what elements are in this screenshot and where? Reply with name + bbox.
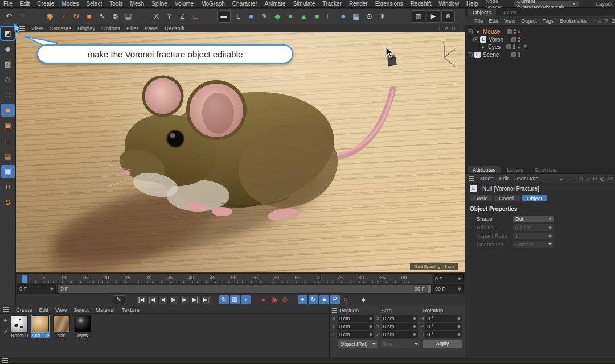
material-thumbnail[interactable] [11,315,28,332]
object-name[interactable]: Mouse [483,28,500,35]
object-row-scene[interactable]: + L Scene [465,51,615,59]
object-manager-menu-item[interactable]: Bookmarks [560,18,587,24]
light-icon[interactable]: ☀ [376,10,389,23]
visibility-dots-icon[interactable] [513,44,515,49]
material-menu-item[interactable]: Edit [39,307,48,313]
forward-icon[interactable]: → [567,176,572,181]
menubar-item[interactable]: Create [37,1,54,7]
coordinate-mode-dropdown[interactable]: Object (Rel) [338,340,378,348]
viewport-menu-item[interactable]: Panel [145,25,158,31]
menubar-item[interactable]: Volume [175,1,194,7]
show-tracks-icon[interactable]: ▥ [230,295,240,304]
lock-icon[interactable]: ⊙ [593,176,597,181]
next-key-icon[interactable]: ▶| [191,295,200,304]
menubar-item[interactable]: MoGraph [201,1,225,7]
undo-icon[interactable]: ↶ [2,10,15,23]
node-space-dropdown[interactable]: Current (Standard/Physical) [514,1,579,7]
material-item[interactable]: Ash - Te [31,315,50,338]
menu-icon[interactable] [332,308,337,313]
material-thumbnail[interactable] [32,315,49,332]
position-x-field[interactable]: 0 cm [337,315,374,322]
texture-tag-icon[interactable] [523,44,528,49]
snap-magnet-icon[interactable]: ∪ [1,180,15,193]
position-z-field[interactable]: 0 cm [337,331,374,338]
expand-icon[interactable]: + [468,52,473,57]
material-thumbnail[interactable] [53,315,70,332]
quantize-icon[interactable]: S [1,196,15,209]
apply-button[interactable]: Apply [423,340,462,348]
camera-icon[interactable]: ⊙ [363,10,376,23]
autokey-icon[interactable]: ◉ [269,295,279,304]
visibility-dots-icon[interactable] [518,52,520,57]
up-icon[interactable]: ↑ [575,176,577,181]
menubar-item[interactable]: Character [232,1,257,7]
range-end-field[interactable]: 90 F [433,284,464,293]
rotate-view-icon[interactable]: ↻ [451,26,456,31]
object-manager-menu-item[interactable]: Tags [543,18,554,24]
menubar-item[interactable]: Mesh [130,1,144,7]
record-scale-icon[interactable]: ■ [319,295,329,304]
sound-icon[interactable]: ♪ [241,295,251,304]
matrix-icon[interactable]: ▲ [297,10,310,23]
tab-layers[interactable]: Layers [502,166,528,173]
previous-key-icon[interactable]: |◀ [147,295,157,304]
material-item[interactable]: Room 0 [10,315,29,338]
move-view-icon[interactable]: + [438,26,441,31]
viewport-menu-item[interactable]: Cameras [49,25,71,31]
preview-range-slider[interactable]: 0 F90 F [57,284,432,293]
tab-objects[interactable]: Objects [468,9,496,16]
menubar-item[interactable]: Spline [151,1,167,7]
menubar-item[interactable]: Redshift [411,1,432,7]
tab-structure[interactable]: Structure [530,166,562,173]
tab-object[interactable]: Object [522,195,547,201]
material-menu-item[interactable]: Select [73,307,88,313]
rotation-p-field[interactable]: 0 ° [425,323,462,330]
range-start-field[interactable]: 0 F [17,284,56,293]
menubar-item[interactable]: File [3,1,13,7]
object-manager-menu-item[interactable]: Edit [489,18,498,24]
y-axis-lock-icon[interactable]: Y [163,10,176,23]
floor-icon[interactable]: ▦ [350,10,363,23]
scale-tool-icon[interactable]: ■ [83,10,96,23]
tab-coord[interactable]: Coord. [494,195,520,201]
zoom-view-icon[interactable]: ↗ [444,26,448,31]
home-icon[interactable]: ⌂ [598,18,601,24]
next-frame-icon[interactable]: ▶ [180,295,190,304]
layer-chip-icon[interactable] [506,44,511,49]
record-parameter-icon[interactable]: P [330,295,340,304]
x-axis-lock-icon[interactable]: X [150,10,163,23]
menubar-item[interactable]: Render [349,1,368,7]
viewport-canvas[interactable]: make the Voronoi fracture object editabl… [16,32,465,272]
material-menu-item[interactable]: Material [96,307,115,313]
record-rotation-icon[interactable]: ↻ [309,295,318,304]
record-keyframe-icon[interactable]: ● [259,295,268,304]
timeline-ruler[interactable]: 051015202530354045505560657075808590 [17,274,432,283]
filter-icon[interactable]: ▽ [586,176,590,181]
keyframe-selection-icon[interactable]: ⊙ [280,295,290,304]
points-mode-icon[interactable]: ∷ [1,88,15,101]
render-active-view-icon[interactable]: ▬ [217,10,231,23]
viewport-menu-item[interactable]: Options [101,25,120,31]
material-menu-item[interactable]: View [55,307,67,313]
object-manager-menu-item[interactable]: Object [521,18,536,24]
menubar-item[interactable]: Help [466,1,478,7]
attribute-menu-item[interactable]: User Data [514,175,539,181]
open-material-icon[interactable]: ↗ [3,328,7,334]
object-row-mouse[interactable]: + ● Mouse × [465,28,615,36]
material-item[interactable]: skin [52,315,71,338]
tab-attributes[interactable]: Attributes [468,166,501,173]
menu-icon[interactable] [469,176,474,181]
playhead[interactable] [22,275,27,283]
render-picture-viewer-icon[interactable]: ▶ [427,10,440,23]
track-icon[interactable]: ◎ [600,176,605,181]
position-y-field[interactable]: 0 cm [337,323,374,330]
viewport-menu-item[interactable]: View [31,25,43,31]
snap-settings-icon[interactable]: ⊚ [109,10,122,23]
tab-takes[interactable]: Takes [497,9,522,16]
mouse-model[interactable] [16,32,465,272]
modeling-settings-icon[interactable]: ▤ [122,10,135,23]
spinner-icon[interactable] [50,286,54,292]
keyframe-paint-icon[interactable]: ✎ [113,295,125,304]
material-item[interactable]: eyes [73,315,92,338]
size-z-field[interactable]: 0 cm [382,331,419,338]
